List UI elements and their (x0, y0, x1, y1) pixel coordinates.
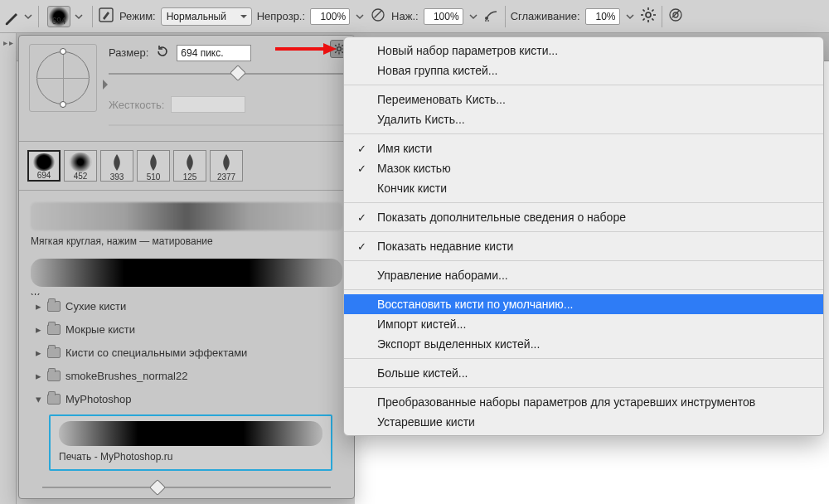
folder-icon (47, 371, 61, 381)
expand-icon: ▸▸ (3, 38, 15, 47)
pressure-size-icon[interactable] (667, 7, 684, 26)
divider (38, 6, 39, 27)
home-icon[interactable] (3, 9, 18, 24)
brush-angle-widget[interactable] (29, 44, 97, 112)
divider (505, 6, 506, 27)
menu-item[interactable]: Экспорт выделенных кистей... (344, 334, 823, 354)
brush-item-selected[interactable]: Печать - MyPhotoshop.ru (49, 414, 332, 471)
menu-item[interactable]: Больше кистей... (344, 363, 823, 383)
chevron-down-icon[interactable] (355, 12, 365, 22)
hardness-input (171, 96, 245, 113)
folder-row[interactable]: ▸Мокрые кисти (26, 318, 347, 342)
folder-icon (47, 324, 61, 335)
chevron-down-icon[interactable] (468, 12, 478, 22)
folder-label: Мокрые кисти (65, 323, 135, 336)
size-slider[interactable] (109, 66, 344, 81)
mode-label: Режим: (119, 10, 156, 22)
folder-row[interactable]: ▸Кисти со специальными эффектами (26, 342, 347, 365)
brush-preview-item[interactable]: Мягкая круглая, нажим — матирование (31, 202, 342, 247)
smoothing-value: 10% (596, 11, 616, 22)
recent-brush-swatch[interactable]: 393 (100, 150, 133, 182)
svg-line-12 (652, 18, 653, 20)
menu-item[interactable]: Показать дополнительные сведения о набор… (344, 207, 823, 227)
recent-brush-swatch[interactable]: 452 (64, 150, 97, 182)
swatch-size-text: 694 (37, 171, 51, 180)
recent-brush-swatch[interactable]: 125 (173, 150, 206, 182)
brush-folder-tree: ▸Сухие кисти▸Мокрые кисти▸Кисти со специ… (19, 295, 354, 388)
smoothing-input[interactable]: 10% (585, 8, 620, 25)
menu-item[interactable]: Мазок кистью (344, 158, 823, 178)
options-bar: 694 Режим: Нормальный Непрозр.: 100% Наж… (0, 0, 829, 33)
menu-item[interactable]: Показать недавние кисти (344, 236, 823, 256)
folder-label: Кисти со специальными эффектами (65, 346, 247, 359)
menu-item[interactable]: Удалить Кисть... (344, 109, 823, 129)
folder-label: smokeBrushes_normal22 (65, 370, 187, 382)
twisty-closed-icon: ▸ (34, 370, 42, 382)
size-input[interactable]: 694 пикс. (177, 45, 251, 61)
swatch-size-text: 125 (183, 172, 197, 182)
svg-line-13 (652, 10, 653, 12)
svg-line-14 (642, 18, 644, 20)
tool-dropdown-icon[interactable] (23, 12, 33, 22)
mode-value: Нормальный (167, 11, 226, 22)
mode-select[interactable]: Нормальный (161, 7, 252, 26)
swatch-size-text: 452 (74, 172, 88, 181)
folder-open-row[interactable]: ▾ MyPhotoshop (26, 388, 347, 411)
brush-preview-label: Мягкая круглая, нажим — матирование (31, 235, 342, 247)
menu-item[interactable]: Управление наборами... (344, 265, 823, 285)
menu-separator (344, 387, 823, 388)
size-value: 694 пикс. (181, 47, 223, 59)
divider (92, 6, 93, 27)
menu-item[interactable]: Восстановить кисти по умолчанию... (344, 294, 823, 314)
svg-point-6 (646, 12, 651, 17)
menu-separator (344, 85, 823, 85)
flow-value: 100% (434, 11, 459, 22)
swatch-size-text: 2377 (217, 172, 235, 182)
brush-tip-icon (32, 153, 56, 171)
pressure-opacity-icon[interactable] (370, 7, 386, 26)
flow-input[interactable]: 100% (424, 8, 463, 25)
reset-size-icon[interactable] (155, 44, 170, 61)
brush-tip-icon (142, 153, 165, 172)
panel-collapse-strip[interactable]: ▸▸ (0, 33, 17, 504)
thumbnail-size-slider[interactable] (42, 481, 331, 492)
menu-item[interactable]: Переименовать Кисть... (344, 90, 823, 109)
brush-stroke-preview (59, 421, 322, 446)
opacity-input[interactable]: 100% (310, 8, 350, 25)
hardness-slider (109, 118, 344, 133)
svg-point-5 (487, 20, 489, 22)
folder-row[interactable]: ▸smokeBrushes_normal22 (26, 365, 347, 388)
brush-preset-chip[interactable]: 694 (44, 4, 87, 29)
menu-item[interactable]: Новый набор параметров кисти... (344, 41, 823, 61)
brush-stroke-preview (31, 202, 342, 230)
menu-item[interactable]: Преобразованные наборы параметров для ус… (344, 392, 823, 412)
recent-brush-swatch[interactable]: 510 (137, 150, 170, 182)
menu-item[interactable]: Кончик кисти (344, 178, 823, 198)
menu-item[interactable]: Новая группа кистей... (344, 61, 823, 80)
brush-tip-icon (105, 153, 128, 172)
twisty-open-icon: ▾ (34, 393, 42, 405)
brush-settings-icon[interactable] (98, 7, 114, 26)
smoothing-gear-icon[interactable] (640, 7, 657, 26)
recent-brush-swatch[interactable]: 2377 (210, 150, 243, 182)
flow-label: Наж.: (391, 10, 419, 22)
chevron-down-icon[interactable] (625, 12, 635, 22)
brush-preview-list: Мягкая круглая, нажим — матированиеЖестк… (19, 194, 354, 295)
divider (19, 190, 354, 191)
divider (662, 6, 662, 27)
airbrush-icon[interactable] (483, 7, 500, 26)
folder-row[interactable]: ▸Сухие кисти (26, 295, 347, 318)
brush-tip-icon (178, 153, 201, 172)
chevron-down-icon[interactable] (74, 12, 84, 22)
brush-preview-item[interactable]: Жесткая круглая, нажим — матирова... (31, 259, 342, 295)
folder-label: MyPhotoshop (65, 393, 132, 405)
recent-brush-swatch[interactable]: 694 (27, 150, 61, 182)
brush-preset-swatch: 694 (47, 6, 70, 27)
folder-icon (47, 394, 61, 405)
menu-item[interactable]: Имя кисти (344, 138, 823, 158)
brush-stroke-preview (31, 259, 342, 287)
menu-item[interactable]: Устаревшие кисти (344, 412, 823, 432)
menu-item[interactable]: Импорт кистей... (344, 314, 823, 334)
menu-separator (344, 231, 823, 232)
size-label: Размер: (109, 46, 148, 59)
